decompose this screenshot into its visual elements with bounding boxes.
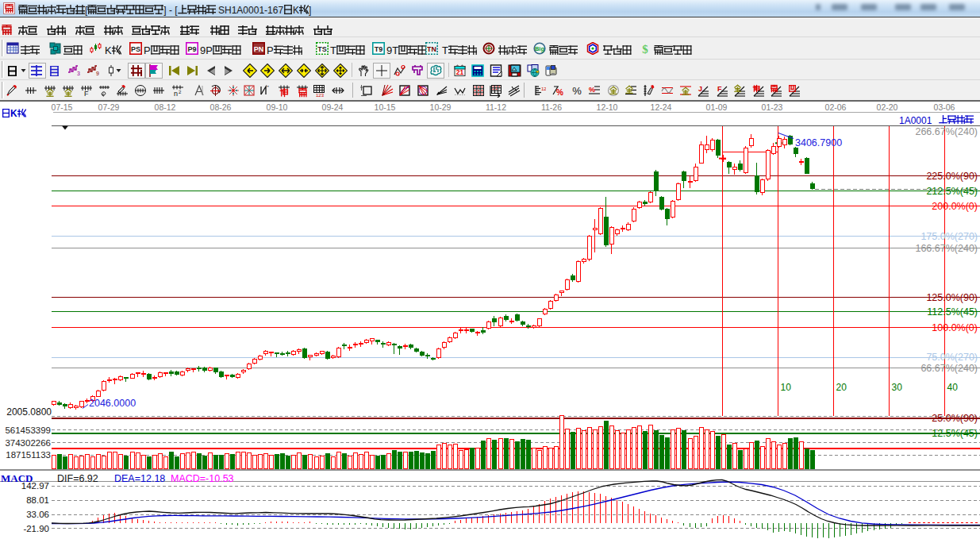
svg-text:02-20: 02-20 [877,102,898,112]
svg-text:30: 30 [892,382,903,393]
svg-text:10-15: 10-15 [375,102,396,112]
svg-text:11-12: 11-12 [486,102,506,112]
svg-text:561453399: 561453399 [5,425,51,435]
svg-text:T9: T9 [375,45,383,53]
svg-text:100.0%(0): 100.0%(0) [932,322,978,333]
svg-text:09-10: 09-10 [267,102,288,112]
svg-text:33.06: 33.06 [26,510,49,519]
svg-text:%: % [589,86,595,94]
svg-text:2: 2 [179,90,182,94]
svg-text:11-26: 11-26 [541,102,562,112]
svg-text:21: 21 [456,68,464,76]
svg-text:12.5%(45): 12.5%(45) [932,428,978,439]
svg-text:PS: PS [131,45,140,53]
svg-text:40: 40 [947,382,959,393]
svg-text:66.67%(240): 66.67%(240) [920,363,978,374]
svg-text:374302266: 374302266 [5,438,51,448]
svg-text:175.0%(270): 175.0%(270) [920,231,978,242]
svg-text:P9: P9 [187,45,196,53]
svg-text:$: $ [642,43,648,55]
svg-text:225.0%(90): 225.0%(90) [926,171,978,182]
svg-text:07-29: 07-29 [98,102,120,112]
svg-text:09-24: 09-24 [322,102,344,112]
svg-text:123: 123 [541,87,546,91]
svg-text:266.67%(240): 266.67%(240) [915,126,978,137]
svg-text:10-29: 10-29 [430,102,452,112]
svg-text:187151133: 187151133 [6,450,51,460]
svg-text:3: 3 [77,71,80,76]
svg-text:12-10: 12-10 [597,102,618,112]
svg-text:Big: Big [535,45,545,52]
svg-text:": " [267,84,269,91]
svg-text:9: 9 [96,71,99,76]
svg-text:TN: TN [427,45,436,53]
svg-text:3406.7900: 3406.7900 [795,137,842,148]
svg-text:01-09: 01-09 [706,102,728,112]
svg-text:02-06: 02-06 [825,102,847,112]
svg-text:212.5%(45): 212.5%(45) [926,186,978,197]
svg-text:12-24: 12-24 [651,102,672,112]
svg-text:123: 123 [316,93,325,98]
svg-text:TS: TS [317,45,327,53]
svg-text:2005.0800: 2005.0800 [6,406,52,418]
svg-text:25.0%(90): 25.0%(90) [932,413,978,424]
svg-text:2046.0000: 2046.0000 [89,398,136,409]
svg-text:03-06: 03-06 [934,102,955,112]
svg-text:%: % [556,88,563,97]
svg-text:08-26: 08-26 [210,102,232,112]
svg-text:PN: PN [254,45,264,53]
svg-text:01-23: 01-23 [762,102,783,112]
svg-text:%: % [572,85,582,97]
svg-text:88.01: 88.01 [26,495,49,505]
svg-text:n: n [174,90,178,98]
svg-text:F: F [84,90,89,98]
svg-text:08-12: 08-12 [155,102,176,112]
svg-text:10: 10 [781,382,792,393]
svg-text:166.67%(240): 166.67%(240) [915,243,978,254]
svg-text:125.0%(90): 125.0%(90) [926,292,978,303]
svg-text:112.5%(45): 112.5%(45) [927,306,978,318]
svg-text:F: F [717,85,722,93]
svg-text:07-15: 07-15 [52,102,73,112]
svg-text:-21.90: -21.90 [23,524,49,533]
svg-text:75.0%(270): 75.0%(270) [926,352,978,363]
svg-text:200.0%(0): 200.0%(0) [932,201,978,212]
svg-text:20: 20 [836,382,847,393]
svg-text:J: J [698,85,702,93]
